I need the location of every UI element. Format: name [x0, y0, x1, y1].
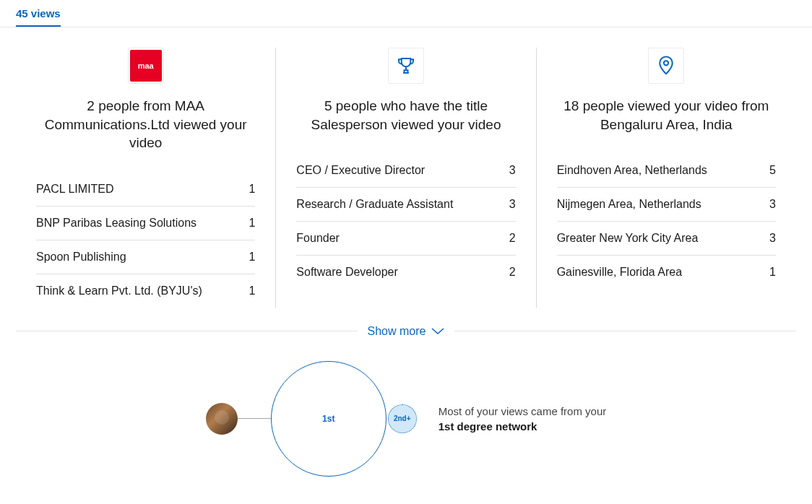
- analytics-panels: maa 2 people from MAA Communications.Ltd…: [16, 27, 796, 308]
- trophy-icon: [388, 48, 424, 84]
- network-section: 1st 2nd+ Most of your views came from yo…: [16, 361, 796, 491]
- panel-location: 18 people viewed your video from Bengalu…: [537, 48, 796, 308]
- item-label: CEO / Executive Director: [296, 164, 509, 177]
- show-more-button[interactable]: Show more: [358, 325, 455, 338]
- network-text: Most of your views came from your 1st de…: [439, 404, 607, 434]
- connector-line: [238, 418, 271, 419]
- panel-location-heading: 18 people viewed your video from Bengalu…: [557, 97, 776, 134]
- list-item[interactable]: Eindhoven Area, Netherlands 5: [557, 154, 776, 188]
- location-list: Eindhoven Area, Netherlands 5 Nijmegen A…: [557, 154, 776, 289]
- first-degree-label: 1st: [322, 414, 334, 424]
- panel-company-heading: 2 people from MAA Communications.Ltd vie…: [36, 97, 255, 152]
- tabs-bar: 45 views: [0, 0, 812, 27]
- item-value: 3: [769, 232, 776, 245]
- avatar: [206, 403, 238, 435]
- item-value: 1: [249, 284, 255, 297]
- divider: [16, 331, 358, 331]
- first-degree-circle: 1st: [271, 361, 386, 477]
- list-item[interactable]: Research / Graduate Assistant 3: [296, 188, 515, 222]
- panel-company: maa 2 people from MAA Communications.Ltd…: [16, 48, 275, 308]
- item-label: Research / Graduate Assistant: [296, 198, 509, 211]
- item-label: Eindhoven Area, Netherlands: [557, 164, 769, 177]
- item-label: BNP Paribas Leasing Solutions: [36, 217, 249, 230]
- company-logo-icon: maa: [128, 48, 164, 84]
- second-degree-label: 2nd+: [394, 414, 411, 422]
- item-value: 2: [509, 266, 516, 279]
- item-value: 1: [249, 217, 255, 230]
- company-list: PACL LIMITED 1 BNP Paribas Leasing Solut…: [36, 173, 255, 308]
- list-item[interactable]: Spoon Publishing 1: [36, 240, 255, 274]
- tab-views-label: 45 views: [16, 7, 61, 19]
- second-degree-circle: 2nd+: [388, 404, 417, 433]
- maa-logo: maa: [130, 50, 162, 82]
- panel-title-heading: 5 people who have the title Salesperson …: [296, 97, 515, 134]
- item-label: Think & Learn Pvt. Ltd. (BYJU's): [36, 284, 249, 297]
- location-pin-icon: [648, 48, 684, 84]
- svg-point-0: [664, 61, 668, 65]
- list-item[interactable]: Think & Learn Pvt. Ltd. (BYJU's) 1: [36, 274, 255, 308]
- item-value: 1: [769, 266, 776, 279]
- item-value: 2: [509, 232, 516, 245]
- item-value: 5: [769, 164, 776, 177]
- item-label: PACL LIMITED: [36, 183, 249, 196]
- item-label: Spoon Publishing: [36, 251, 249, 264]
- list-item[interactable]: Gainesville, Florida Area 1: [557, 256, 776, 289]
- network-text-prefix: Most of your views came from your: [439, 405, 607, 417]
- item-label: Gainesville, Florida Area: [557, 266, 769, 279]
- list-item[interactable]: CEO / Executive Director 3: [296, 154, 515, 188]
- divider: [454, 331, 796, 331]
- item-value: 1: [249, 251, 255, 264]
- panel-title: 5 people who have the title Salesperson …: [275, 48, 536, 308]
- item-value: 3: [509, 164, 516, 177]
- list-item[interactable]: BNP Paribas Leasing Solutions 1: [36, 207, 255, 240]
- network-text-bold: 1st degree network: [439, 420, 537, 433]
- show-more-label: Show more: [368, 325, 426, 338]
- item-value: 3: [769, 198, 776, 211]
- list-item[interactable]: Greater New York City Area 3: [557, 222, 776, 256]
- item-label: Nijmegen Area, Netherlands: [557, 198, 769, 211]
- item-label: Greater New York City Area: [557, 232, 769, 245]
- list-item[interactable]: Nijmegen Area, Netherlands 3: [557, 188, 776, 222]
- list-item[interactable]: Founder 2: [296, 222, 515, 256]
- item-label: Software Developer: [296, 266, 509, 279]
- item-label: Founder: [296, 232, 509, 245]
- list-item[interactable]: Software Developer 2: [296, 256, 515, 289]
- item-value: 1: [249, 183, 255, 196]
- chevron-down-icon: [431, 325, 444, 338]
- show-more-row: Show more: [16, 325, 796, 338]
- list-item[interactable]: PACL LIMITED 1: [36, 173, 255, 207]
- tab-views[interactable]: 45 views: [16, 0, 61, 27]
- item-value: 3: [509, 198, 516, 211]
- title-list: CEO / Executive Director 3 Research / Gr…: [296, 154, 515, 289]
